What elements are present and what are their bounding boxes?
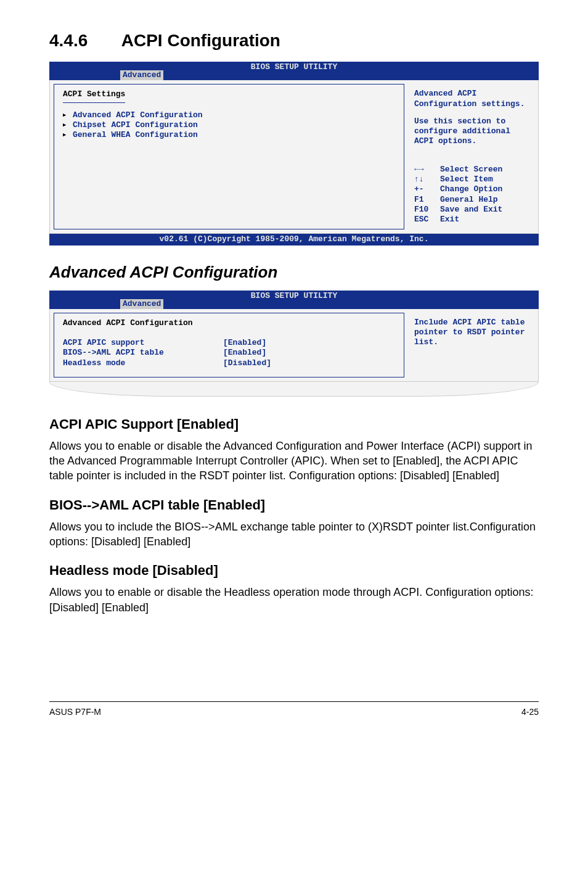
bios-screen-advanced-acpi: BIOS SETUP UTILITY Advanced Advanced ACP… (49, 291, 539, 397)
bios-help-text: Include ACPI APIC table pointer to RSDT … (414, 318, 531, 348)
setting-value: [Disabled] (223, 358, 346, 368)
setting-value: [Enabled] (223, 338, 346, 348)
subsection-title: Advanced ACPI Configuration (49, 263, 539, 282)
bios-footer: v02.61 (C)Copyright 1985-2009, American … (49, 234, 539, 245)
legend-key: ↑↓ (414, 175, 440, 184)
bios-main-panel: Advanced ACPI Configuration ACPI APIC su… (54, 313, 404, 377)
legend-key: +- (414, 184, 440, 194)
bios-help-panel: Include ACPI APIC table pointer to RSDT … (408, 313, 534, 377)
footer-left: ASUS P7F-M (49, 707, 101, 717)
legend-text: Select Screen (440, 165, 502, 175)
legend-text: General Help (440, 195, 498, 205)
bios-header: BIOS SETUP UTILITY Advanced (49, 291, 539, 309)
bios-screen-acpi-settings: BIOS SETUP UTILITY Advanced ACPI Setting… (49, 62, 539, 245)
bios-help-text: Advanced ACPI Configuration settings. (414, 89, 531, 109)
bios-menu-label: General WHEA Configuration (73, 130, 198, 140)
bios-body: ACPI Settings ▶ Advanced ACPI Configurat… (49, 80, 539, 234)
bios-utility-title: BIOS SETUP UTILITY (251, 62, 337, 72)
footer-right: 4-25 (521, 707, 539, 717)
legend-text: Save and Exit (440, 205, 502, 215)
bios-body: Advanced ACPI Configuration ACPI APIC su… (49, 309, 539, 382)
bios-menu-label: Chipset ACPI Configuration (73, 120, 198, 130)
bios-key-legend: ←→Select Screen ↑↓Select Item +-Change O… (414, 165, 531, 225)
bios-menu-item: ▶ Chipset ACPI Configuration (63, 120, 395, 130)
submenu-arrow-icon: ▶ (63, 130, 73, 140)
setting-key: BIOS-->AML ACPI table (63, 348, 223, 358)
submenu-arrow-icon: ▶ (63, 120, 73, 130)
submenu-arrow-icon: ▶ (63, 110, 73, 120)
bios-main-panel: ACPI Settings ▶ Advanced ACPI Configurat… (54, 84, 404, 229)
setting-value: [Enabled] (223, 348, 346, 358)
bios-help-text: Use this section to configure additional… (414, 117, 531, 147)
bios-setting-row: ACPI APIC support [Enabled] (63, 338, 395, 348)
section-number: 4.4.6 (49, 31, 117, 51)
legend-text: Select Item (440, 175, 493, 184)
bios-help-panel: Advanced ACPI Configuration settings. Us… (408, 84, 534, 229)
bios-menu-item: ▶ General WHEA Configuration (63, 130, 395, 140)
feature-title: Headless mode [Disabled] (49, 563, 539, 579)
bios-active-tab: Advanced (120, 70, 163, 80)
bios-setting-row: BIOS-->AML ACPI table [Enabled] (63, 348, 395, 358)
setting-key: ACPI APIC support (63, 338, 223, 348)
bios-cut-edge (49, 382, 539, 397)
bios-menu-label: Advanced ACPI Configuration (73, 110, 203, 120)
feature-title: BIOS-->AML ACPI table [Enabled] (49, 497, 539, 513)
legend-key: F10 (414, 205, 440, 215)
bios-menu-item: ▶ Advanced ACPI Configuration (63, 110, 395, 120)
feature-body: Allows you to include the BIOS-->AML exc… (49, 519, 539, 550)
section-name: ACPI Configuration (121, 31, 280, 50)
bios-active-tab: Advanced (120, 299, 163, 309)
section-title: 4.4.6 ACPI Configuration (49, 31, 539, 51)
legend-text: Exit (440, 215, 459, 225)
page-footer: ASUS P7F-M 4-25 (49, 701, 539, 717)
legend-key: ←→ (414, 165, 440, 175)
feature-body: Allows you to enable or disable the Adva… (49, 439, 539, 484)
bios-utility-title: BIOS SETUP UTILITY (251, 291, 337, 300)
legend-text: Change Option (440, 184, 502, 194)
bios-panel-heading: Advanced ACPI Configuration (63, 318, 193, 331)
legend-key: ESC (414, 215, 440, 225)
bios-setting-row: Headless mode [Disabled] (63, 358, 395, 368)
bios-panel-heading: ACPI Settings (63, 89, 125, 102)
bios-header: BIOS SETUP UTILITY Advanced (49, 62, 539, 80)
feature-body: Allows you to enable or disable the Head… (49, 585, 539, 615)
legend-key: F1 (414, 195, 440, 205)
setting-key: Headless mode (63, 358, 223, 368)
feature-title: ACPI APIC Support [Enabled] (49, 416, 539, 432)
